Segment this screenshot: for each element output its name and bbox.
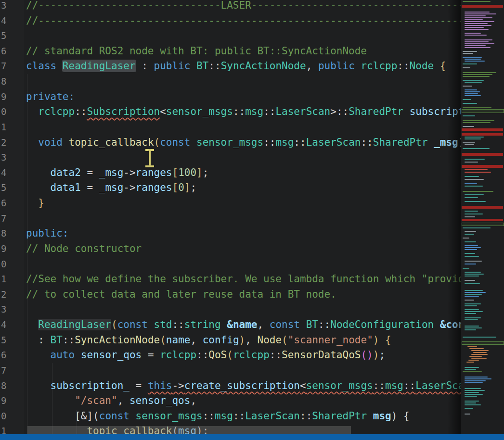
- minimap-line: [465, 45, 486, 46]
- minimap-line: [468, 360, 479, 361]
- minimap-line: [465, 296, 479, 297]
- minimap-line: [469, 356, 482, 357]
- minimap-line: [465, 401, 479, 402]
- minimap-line: [463, 126, 474, 127]
- code-token: std: [154, 319, 172, 330]
- minimap-line: [467, 346, 477, 347]
- code-line[interactable]: rclcpp::Subscription<sensor_msgs::msg::L…: [26, 104, 461, 120]
- minimap-line: [465, 35, 487, 36]
- minimap-line: [465, 194, 484, 195]
- code-token: subscription_: [51, 380, 136, 391]
- code-token: =: [136, 380, 148, 391]
- code-token: ranges: [136, 167, 172, 178]
- minimap-line: [465, 138, 481, 139]
- code-token: string: [184, 319, 227, 330]
- code-token: ->: [123, 167, 135, 178]
- code-token: ): [373, 349, 379, 361]
- minimap-line: [463, 86, 472, 87]
- status-bar[interactable]: [0, 434, 504, 440]
- code-token: :: [26, 334, 51, 346]
- code-line[interactable]: subscription_ = this->create_subscriptio…: [26, 378, 461, 394]
- minimap-line: [465, 378, 491, 379]
- code-token: _msg: [99, 182, 124, 193]
- code-token: _msg: [99, 167, 124, 178]
- minimap-line: [465, 59, 481, 60]
- code-token: ::: [300, 410, 312, 422]
- editor-content-area[interactable]: //------------------------------LASER---…: [0, 0, 461, 440]
- code-token: 0: [178, 182, 184, 193]
- code-token: rclcpp: [233, 349, 270, 361]
- code-token: [26, 182, 51, 193]
- code-line[interactable]: // standard ROS2 node with BT: public BT…: [26, 44, 367, 59]
- code-line[interactable]: // Node constructor: [26, 241, 142, 257]
- code-token: &name: [227, 319, 257, 330]
- code-line[interactable]: void topic_callback(const sensor_msgs::m…: [26, 135, 461, 151]
- minimap-line: [463, 1, 491, 2]
- minimap-region-band: [462, 341, 504, 345]
- minimap-error-band: [462, 133, 503, 136]
- code-line[interactable]: : BT::SyncActionNode(name, config), Node…: [26, 333, 391, 348]
- minimap-line: [463, 115, 475, 116]
- code-line[interactable]: //------------------------------LASER---…: [26, 0, 461, 13]
- minimap-line: [463, 76, 490, 77]
- code-token: //See how we define the subscriber. We u…: [26, 273, 461, 285]
- code-token: public: [318, 60, 361, 72]
- line-number: 1: [1, 272, 9, 287]
- minimap-line: [465, 95, 481, 96]
- code-token-error: <: [300, 380, 306, 391]
- code-line[interactable]: }: [26, 196, 44, 211]
- line-number: 8: [1, 378, 9, 394]
- horizontal-scrollbar-thumb[interactable]: [27, 426, 351, 434]
- code-line[interactable]: //--------------------------------------…: [26, 13, 461, 29]
- code-token: ): [373, 334, 379, 346]
- code-line[interactable]: // to collect data and later reuse data …: [26, 287, 336, 302]
- minimap-line: [463, 371, 482, 372]
- line-number: 1: [1, 120, 9, 135]
- code-token: data2: [51, 167, 87, 178]
- minimap-line: [465, 216, 475, 217]
- code-token: >: [330, 106, 336, 117]
- minimap-line: [465, 283, 480, 284]
- code-token: ::: [397, 60, 409, 72]
- code-line[interactable]: //See how we define the subscriber. We u…: [26, 272, 461, 287]
- code-line[interactable]: [&](const sensor_msgs::msg::LaserScan::S…: [26, 409, 410, 424]
- minimap-error-band: [462, 165, 503, 168]
- code-token: SensorDataQoS: [282, 349, 361, 361]
- minimap-error-band: [462, 5, 503, 8]
- minimap-line: [465, 317, 481, 318]
- minimap-line: [471, 350, 489, 351]
- minimap[interactable]: [461, 0, 504, 440]
- code-token: 100: [178, 167, 196, 178]
- minimap-line: [465, 247, 481, 248]
- minimap-line: [471, 358, 487, 359]
- line-number: 8: [1, 226, 9, 241]
- code-token: msg: [245, 106, 263, 117]
- code-line[interactable]: auto sensor_qos = rclcpp::QoS(rclcpp::Se…: [26, 348, 385, 363]
- minimap-line: [463, 57, 482, 58]
- minimap-line: [463, 74, 492, 75]
- minimap-line: [465, 261, 482, 262]
- code-line[interactable]: data1 = _msg->ranges[0];: [26, 180, 196, 196]
- code-token: BT: [306, 319, 318, 330]
- minimap-line: [465, 39, 492, 40]
- minimap-line: [463, 120, 494, 121]
- code-token: (: [361, 349, 367, 361]
- code-line[interactable]: private:: [26, 89, 75, 105]
- code-token: SyncActionNode: [75, 334, 160, 346]
- minimap-line: [465, 231, 476, 232]
- code-token-error: msg: [385, 380, 403, 391]
- code-token: ::: [361, 137, 373, 148]
- code-line[interactable]: ReadingLaser(const std::string &name, co…: [26, 317, 461, 333]
- code-line[interactable]: public:: [26, 226, 69, 241]
- code-line[interactable]: class ReadingLaser : public BT::SyncActi…: [26, 59, 446, 74]
- code-token: // to collect data and later reuse data …: [26, 289, 336, 300]
- code-token: msg: [275, 137, 294, 148]
- minimap-line: [465, 41, 489, 42]
- code-token: ]: [196, 167, 203, 178]
- code-line[interactable]: data2 = _msg->ranges[100];: [26, 165, 208, 181]
- code-token: rclcpp: [361, 60, 397, 72]
- code-token: QoS: [208, 349, 227, 361]
- code-line[interactable]: "/scan", sensor_qos,: [26, 393, 196, 409]
- line-number: 5: [1, 333, 9, 348]
- code-token: sensor_qos: [81, 349, 148, 361]
